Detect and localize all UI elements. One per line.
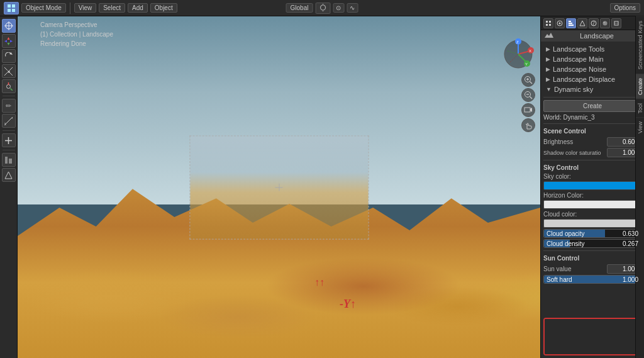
svg-rect-58 xyxy=(546,24,548,26)
soft-hard-text: Soft hard 1.000 xyxy=(544,276,641,283)
collection-text: (1) Collection | Landscape xyxy=(40,30,113,39)
sun-value-label: Sun value xyxy=(543,266,605,272)
landscape-main-item[interactable]: ▶ Landscape Main xyxy=(543,54,641,64)
view-menu-btn[interactable]: View xyxy=(74,3,97,13)
section-arrow-5: ▼ xyxy=(546,86,552,92)
section-arrow-4: ▶ xyxy=(546,76,550,82)
sky-control-label: Sky Control xyxy=(543,164,579,171)
cursor-tool-btn[interactable] xyxy=(2,19,16,33)
landscape-section-icon xyxy=(545,31,553,40)
panel-icon-6[interactable] xyxy=(611,18,621,28)
select-menu-btn[interactable]: Select xyxy=(99,3,125,13)
svg-line-17 xyxy=(9,67,13,70)
viewport-info: Camera Perspective (1) Collection | Land… xyxy=(40,20,113,48)
vtab-tool[interactable]: Tool xyxy=(636,99,644,118)
center-controls: Global ⊙ ∿ xyxy=(286,3,358,14)
cloud-opacity-text: Cloud opacity 0.630 xyxy=(544,230,641,237)
extra-btn[interactable]: ∿ xyxy=(347,3,358,13)
sky-control-header[interactable]: Sky Control xyxy=(543,163,641,172)
options-btn[interactable]: Options xyxy=(610,3,640,13)
svg-rect-62 xyxy=(569,25,574,26)
annotate-btn[interactable]: ✏ xyxy=(2,99,16,113)
sky-color-label: Sky color: xyxy=(543,173,571,180)
proportional-btn[interactable]: ⊙ xyxy=(333,3,344,13)
cloud-color-label: Cloud color: xyxy=(543,211,577,218)
sun-control-header[interactable]: Sun Control xyxy=(543,254,641,263)
vtab-screencasted[interactable]: Screencasted Keys xyxy=(636,16,644,74)
mode-btn[interactable]: Object Mode xyxy=(21,3,66,13)
section-div-3 xyxy=(543,160,641,160)
extra-tool-1[interactable] xyxy=(2,153,16,167)
svg-text:X: X xyxy=(529,49,531,53)
svg-rect-1 xyxy=(12,4,15,8)
section-arrow-1: ▶ xyxy=(546,46,550,52)
svg-text:Z: Z xyxy=(516,40,519,44)
svg-rect-29 xyxy=(5,157,8,164)
transform-tool-btn[interactable] xyxy=(2,79,16,93)
landscape-displace-item[interactable]: ▶ Landscape Displace xyxy=(543,74,641,84)
svg-point-67 xyxy=(604,21,605,23)
scale-tool-btn[interactable] xyxy=(2,64,16,78)
svg-marker-12 xyxy=(4,40,7,42)
section-div-1 xyxy=(543,97,641,98)
cloud-color-swatch[interactable] xyxy=(543,219,641,228)
panel-icon-4[interactable] xyxy=(589,18,599,28)
create-button[interactable]: Create xyxy=(543,100,641,112)
editor-type-btn[interactable] xyxy=(4,2,19,14)
svg-point-4 xyxy=(320,5,325,10)
section-arrow-3: ▶ xyxy=(546,66,550,72)
object-menu-btn[interactable]: Object xyxy=(150,3,177,13)
add-object-btn[interactable] xyxy=(2,133,16,147)
svg-line-18 xyxy=(4,72,8,76)
rotate-tool-btn[interactable] xyxy=(2,49,16,63)
cloud-opacity-slider[interactable]: Cloud opacity 0.630 xyxy=(543,229,641,238)
svg-rect-30 xyxy=(9,159,12,164)
panel-icon-1[interactable] xyxy=(543,18,553,28)
svg-line-23 xyxy=(4,117,13,125)
svg-line-19 xyxy=(9,72,13,76)
extra-tool-2[interactable] xyxy=(2,168,16,182)
svg-point-61 xyxy=(559,22,561,24)
add-menu-btn[interactable]: Add xyxy=(128,3,148,13)
svg-marker-10 xyxy=(8,37,10,40)
svg-line-22 xyxy=(11,88,13,91)
svg-line-16 xyxy=(4,67,8,70)
axis-widget[interactable]: Z X Y xyxy=(502,38,534,71)
vtab-create[interactable]: Create xyxy=(636,74,644,99)
landscape-tools-label: Landscape Tools xyxy=(553,45,604,53)
sphere-preview xyxy=(543,318,641,355)
transform-btn[interactable]: Global xyxy=(286,3,313,13)
zoom-in-btn[interactable] xyxy=(521,73,535,87)
soft-hard-slider[interactable]: Soft hard 1.000 xyxy=(543,275,641,284)
cloud-density-slider[interactable]: Cloud density 0.267 xyxy=(543,239,641,248)
hand-btn[interactable] xyxy=(521,118,535,132)
landscape-noise-item[interactable]: ▶ Landscape Noise xyxy=(543,64,641,74)
dynamic-sky-item[interactable]: ▼ Dynamic sky xyxy=(543,84,641,94)
measure-btn[interactable] xyxy=(2,114,16,128)
toolbar-sep-3 xyxy=(3,150,15,150)
svg-text:Y: Y xyxy=(525,62,528,66)
viewport[interactable]: Camera Perspective (1) Collection | Land… xyxy=(18,16,540,358)
panel-icon-3[interactable] xyxy=(577,18,587,28)
landscape-main-label: Landscape Main xyxy=(553,55,604,63)
zoom-out-btn[interactable] xyxy=(521,88,535,102)
vtab-view[interactable]: View xyxy=(636,117,644,137)
svg-marker-31 xyxy=(5,172,12,179)
shadow-row: Shadow color saturatio 1.000 xyxy=(543,148,641,157)
scene-control-label: Scene Control xyxy=(543,128,586,135)
move-tool-btn[interactable] xyxy=(2,34,16,48)
panel-content: ▶ Landscape Tools ▶ Landscape Main ▶ Lan… xyxy=(541,42,644,315)
top-right-controls: Options xyxy=(610,3,640,13)
horizon-color-swatch[interactable] xyxy=(543,200,641,209)
panel-icon-5[interactable] xyxy=(600,18,610,28)
landscape-tools-item[interactable]: ▶ Landscape Tools xyxy=(543,44,641,54)
sky-color-swatch[interactable] xyxy=(543,181,641,190)
panel-icon-2[interactable] xyxy=(555,18,565,28)
side-vtabs: Screencasted Keys Create Tool View xyxy=(635,16,644,358)
right-panel: Landscape ▶ Landscape Tools ▶ Landscape … xyxy=(540,16,644,358)
panel-icon-active[interactable] xyxy=(566,18,576,28)
snap-btn[interactable] xyxy=(315,3,330,14)
camera-view-btn[interactable] xyxy=(521,103,535,117)
scene-control-header[interactable]: Scene Control xyxy=(543,126,641,136)
sun-control-label: Sun Control xyxy=(543,255,579,262)
